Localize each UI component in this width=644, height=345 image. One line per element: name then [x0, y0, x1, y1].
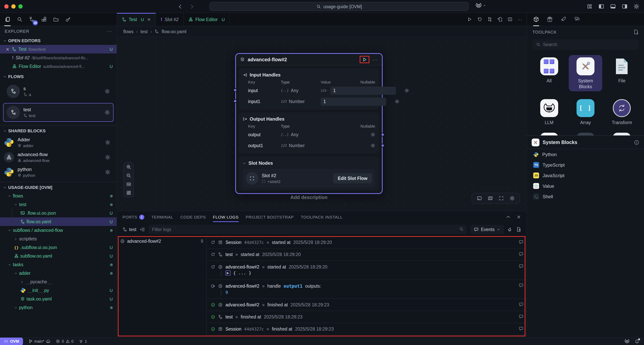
system-block-typescript[interactable]: TS TypeScript	[527, 160, 644, 170]
system-block-javascript[interactable]: JS JavaScript	[527, 170, 644, 181]
panel-maximize-button[interactable]	[506, 215, 510, 219]
export-logs-button[interactable]	[516, 227, 521, 232]
comment-icon[interactable]	[519, 240, 524, 244]
toggle-panel-icon[interactable]	[477, 196, 482, 201]
chevron-down-icon[interactable]	[242, 161, 246, 165]
tree-file-flow-yaml[interactable]: flow.oo.yamlU	[0, 217, 117, 226]
expand-payload-button[interactable]: ▶	[226, 270, 230, 275]
tree-file-task-yaml[interactable]: task.oo.yamlU	[0, 295, 117, 303]
node-advanced-flow-2[interactable]: advanced-flow#2 ··· Input Handles	[235, 53, 383, 194]
toggle-left-sidebar-button[interactable]	[598, 4, 604, 9]
tree-folder-python[interactable]: python	[0, 303, 117, 312]
tree-folder-tasks[interactable]: tasks	[0, 260, 117, 269]
auto-layout-button[interactable]	[126, 190, 131, 196]
activity-flows-button[interactable]: 39	[28, 14, 35, 24]
activity-search-button[interactable]	[16, 14, 23, 24]
log-scope-selector[interactable]: test	[122, 227, 136, 232]
forward-button[interactable]	[189, 4, 195, 9]
project-section-header[interactable]: USAGE-GUIDE [OVM]	[0, 183, 117, 192]
open-editor-slot2[interactable]: ! Slot #2 /$/self/flows/test/advanced-fl…	[0, 54, 117, 62]
log-row-node-finished[interactable]: advanced-flow#2 » finished at 2025/5/28 …	[207, 299, 526, 311]
customize-layout-button[interactable]	[587, 4, 592, 9]
card-transform[interactable]: Transform	[605, 97, 639, 127]
tree-folder-test[interactable]: test	[0, 200, 117, 209]
log-row-output1[interactable]: advanced-flow#2 » handle output1 outputs…	[207, 280, 526, 299]
card-array[interactable]: [ ] Array	[569, 97, 602, 127]
system-block-shell[interactable]: ›_ Shell	[527, 191, 644, 202]
log-row-session-finished[interactable]: Session 44d4327c » finished at 2025/5/28…	[207, 323, 526, 335]
rocket-tab-button[interactable]	[560, 13, 566, 26]
tab-test[interactable]: Test U	[117, 13, 156, 26]
rerun-button[interactable]	[477, 17, 482, 22]
tab-flow-editor[interactable]: Flow Editor U	[184, 13, 230, 26]
tab-terminal[interactable]: TERMINAL	[151, 211, 174, 223]
zoom-in-button[interactable]	[126, 164, 131, 170]
minimap-icon[interactable]	[488, 196, 493, 201]
slot-card[interactable]: Slot #2 +slot#2 Edit Slot Flow	[242, 169, 375, 188]
tab-code-deps[interactable]: CODE DEPS	[180, 211, 206, 223]
tree-folder-adder[interactable]: adder	[0, 269, 117, 277]
shared-block-advanced-flow[interactable]: advanced-flow advanced-flow	[0, 150, 117, 165]
settings-gear-button[interactable]	[634, 4, 639, 9]
input-connector[interactable]	[233, 88, 237, 92]
toolpack-search[interactable]	[532, 40, 638, 50]
run-flow-button[interactable]	[467, 17, 472, 22]
editor-more-button[interactable]: ···	[518, 17, 522, 22]
toggle-right-sidebar-button[interactable]	[622, 4, 628, 9]
collapse-list-icon[interactable]	[140, 227, 145, 232]
comment-icon[interactable]	[519, 302, 524, 307]
problems-indicator[interactable]: 0 0	[56, 339, 74, 343]
minimize-window-button[interactable]	[11, 4, 16, 9]
activity-extensions-button[interactable]	[40, 14, 47, 24]
close-window-button[interactable]	[4, 4, 8, 9]
tab-ports[interactable]: PORTS1	[122, 211, 144, 223]
activity-folder-button[interactable]	[52, 14, 59, 24]
shared-blocks-header[interactable]: SHARED BLOCKS	[0, 126, 117, 135]
nullable-gear-button[interactable]	[396, 88, 409, 93]
node-more-button[interactable]: ···	[372, 57, 378, 62]
tree-folder-pycache[interactable]: __pycache__	[0, 277, 117, 286]
comment-icon[interactable]	[519, 252, 524, 256]
input-value-field[interactable]	[330, 87, 396, 95]
tree-file-subflow-yaml[interactable]: subflow.oo.yamlU	[0, 252, 117, 260]
back-button[interactable]	[178, 4, 183, 9]
card-all[interactable]: All	[532, 55, 566, 91]
flows-section-header[interactable]: FLOWS	[0, 72, 117, 81]
input1-value-field[interactable]	[321, 97, 386, 106]
card-file[interactable]: File	[605, 55, 639, 91]
comment-icon[interactable]	[519, 283, 524, 288]
new-toolpack-button[interactable]	[633, 29, 638, 35]
log-row-test-finished[interactable]: test » finished at 2025/5/28 18:29:23	[207, 311, 526, 323]
gift-tab-button[interactable]	[547, 13, 553, 26]
tab-slot2[interactable]: ! Slot #2	[156, 13, 184, 26]
card-llm[interactable]: LLM	[532, 97, 566, 127]
canvas-settings-icon[interactable]	[510, 196, 515, 201]
shared-block-python[interactable]: python python	[0, 165, 117, 180]
log-source-item[interactable]: advanced-flow#2 9	[120, 239, 203, 243]
info-icon[interactable]	[634, 140, 639, 145]
comment-icon[interactable]	[519, 326, 524, 331]
log-row-session-start[interactable]: Session 44d4327c » started at 2025/5/28 …	[207, 236, 526, 249]
open-editor-flow-editor[interactable]: Flow Editor subflows/advanced-fl... U	[0, 62, 117, 71]
toggle-panel-button[interactable]	[610, 4, 616, 9]
add-description-button[interactable]: Add description	[235, 195, 383, 200]
comment-icon[interactable]	[519, 314, 524, 319]
log-row-node-start[interactable]: advanced-flow#2 » started at 2025/5/28 1…	[207, 261, 526, 280]
log-row-test-start[interactable]: test » started at 2025/5/28 18:29:20	[207, 249, 526, 261]
tab-flow-logs[interactable]: FLOW LOGS	[213, 211, 238, 223]
input1-connector[interactable]	[233, 99, 237, 103]
block-settings-button[interactable]	[105, 140, 110, 145]
fit-view-button[interactable]	[126, 181, 131, 187]
output-connector[interactable]	[381, 133, 384, 137]
tree-folder-flows[interactable]: flows	[0, 192, 117, 200]
notifications-bell[interactable]	[635, 339, 639, 344]
explorer-more-button[interactable]: ···	[107, 29, 112, 34]
chat-tab-button[interactable]	[574, 13, 580, 26]
chevron-down-icon[interactable]	[326, 89, 329, 92]
tree-file-init-py[interactable]: __init__.pyU	[0, 286, 117, 295]
tree-folder-subflows[interactable]: subflows / advanced-flow	[0, 226, 117, 235]
clear-logs-button[interactable]	[507, 227, 512, 232]
block-settings-button[interactable]	[105, 155, 110, 160]
assistant-menu[interactable]	[476, 2, 486, 9]
play-icon[interactable]	[362, 57, 367, 62]
